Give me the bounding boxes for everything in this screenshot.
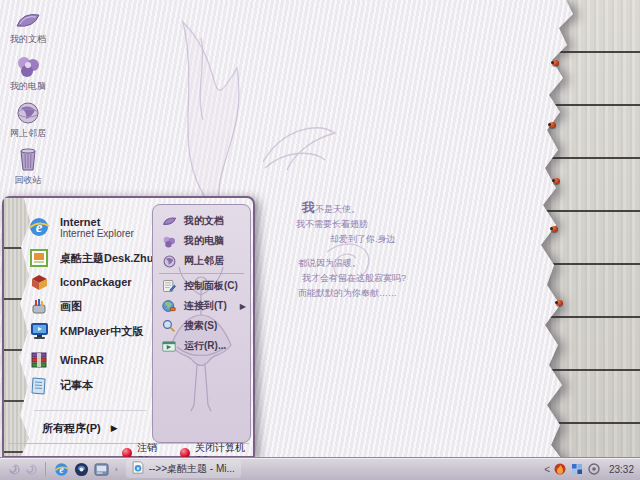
- start-menu-item-my-computer[interactable]: 我的电脑: [153, 231, 250, 251]
- desktop-icon-my-documents[interactable]: 我的文档: [2, 4, 54, 51]
- start-menu-right-panel: 我的文档 我的电脑 网上邻居 控制面板(C) 连接到(T) ▶: [152, 204, 251, 443]
- svg-text:e: e: [36, 219, 43, 235]
- start-menu-item-label: 我的电脑: [184, 234, 224, 248]
- taskbar-left: e ›: [0, 461, 120, 477]
- ladybug-icon: [549, 122, 556, 128]
- network-places-icon: [2, 98, 54, 125]
- my-documents-icon: [2, 4, 54, 31]
- start-menu-item-label: 搜索(S): [184, 319, 217, 333]
- kmplayer-icon: [26, 322, 52, 340]
- start-menu-item-sublabel: Internet Explorer: [60, 228, 134, 239]
- start-menu-item-network-places[interactable]: 网上邻居: [153, 251, 250, 271]
- all-programs-label: 所有程序(P): [42, 421, 101, 436]
- tray-gray-app-icon[interactable]: [588, 463, 601, 476]
- poem-line: 而能默默的为你奉献……: [298, 286, 436, 301]
- quick-launch-expand-arrow-icon[interactable]: ›: [115, 465, 118, 474]
- taskbar-task-button[interactable]: e -->>桌酷主题 - Mi...: [126, 460, 241, 478]
- start-menu: e Internet Internet Explorer 桌酷主题Desk.Zh…: [2, 196, 255, 458]
- internet-explorer-icon: e: [26, 215, 52, 239]
- quick-launch-messenger-icon[interactable]: [93, 461, 109, 477]
- desktop-icon-network-places[interactable]: 网上邻居: [2, 98, 54, 145]
- poem-line: 我才会有留在这般寂寞吗?: [302, 271, 436, 286]
- start-menu-item-label: 我的文档: [184, 214, 224, 228]
- tray-msn-icon[interactable]: [571, 463, 584, 476]
- recycle-bin-icon: [2, 145, 54, 172]
- start-menu-item-my-documents[interactable]: 我的文档: [153, 211, 250, 231]
- start-menu-item-search[interactable]: 搜索(S): [153, 316, 250, 336]
- start-menu-item-label: IconPackager: [60, 276, 132, 288]
- my-documents-icon: [160, 215, 178, 227]
- start-menu-item-label: WinRAR: [60, 354, 104, 366]
- system-tray: < 23:32: [544, 463, 640, 476]
- quick-launch-ie-icon[interactable]: e: [53, 461, 69, 477]
- paint-icon: [26, 297, 52, 315]
- tray-red-app-icon[interactable]: [554, 463, 567, 476]
- all-programs-arrow-icon: ▶: [111, 423, 118, 433]
- start-menu-item-connect-to[interactable]: 连接到(T) ▶: [153, 296, 250, 316]
- ladybug-icon: [552, 60, 559, 66]
- zhuoku-theme-icon: [26, 249, 52, 267]
- wallpaper-poem: 我不是天使。 我不需要长着翅膀 却爱到了你.身边 都说因为温暖。 我才会有留在这…: [296, 200, 436, 301]
- start-menu-item-label: 记事本: [60, 378, 93, 393]
- desktop-icon-label: 我的电脑: [2, 80, 54, 93]
- ladybug-icon: [556, 300, 563, 306]
- poem-line: 却爱到了你.身边: [330, 232, 436, 247]
- start-menu-divider: [159, 273, 244, 274]
- iconpackager-icon: [26, 273, 52, 291]
- poem-line: 我不是天使。: [302, 200, 436, 217]
- submenu-arrow-icon: ▶: [240, 302, 246, 311]
- start-menu-item-control-panel[interactable]: 控制面板(C): [153, 276, 250, 296]
- desktop-icon-my-computer[interactable]: 我的电脑: [2, 51, 54, 98]
- desktop-icon-recycle-bin[interactable]: 回收站: [2, 145, 54, 192]
- start-swirl-icon-1[interactable]: [8, 463, 21, 476]
- start-menu-item-run[interactable]: 运行(R)...: [153, 336, 250, 356]
- start-menu-item-label: 控制面板(C): [184, 279, 238, 293]
- start-menu-item-label: 连接到(T): [184, 299, 227, 313]
- my-computer-icon: [160, 235, 178, 248]
- connect-to-icon: [160, 299, 178, 313]
- network-places-icon: [160, 255, 178, 268]
- start-menu-item-label: 网上邻居: [184, 254, 224, 268]
- run-icon: [160, 340, 178, 353]
- desktop-icon-label: 回收站: [2, 174, 54, 187]
- ladybug-icon: [553, 178, 560, 184]
- desktop-icons: 我的文档 我的电脑 网上邻居 回收站: [2, 4, 54, 192]
- start-menu-item-label: 运行(R)...: [184, 339, 226, 353]
- all-programs-button[interactable]: 所有程序(P) ▶: [42, 418, 118, 438]
- start-swirl-icon-2[interactable]: [25, 463, 38, 476]
- poem-big-char: 我: [302, 200, 315, 215]
- quick-launch-separator: [45, 462, 46, 476]
- notepad-icon: [26, 376, 52, 395]
- tray-collapse-arrow-icon[interactable]: <: [544, 464, 550, 475]
- taskbar: e › e -->>桌酷主题 - Mi... < 23:32: [0, 457, 640, 480]
- poem-line: 我不需要长着翅膀: [296, 217, 436, 232]
- start-menu-item-label: Internet: [60, 216, 134, 228]
- my-computer-icon: [2, 51, 54, 78]
- svg-text:e: e: [59, 464, 63, 474]
- task-button-label: -->>桌酷主题 - Mi...: [149, 462, 235, 476]
- start-menu-item-label: 画图: [60, 299, 82, 314]
- task-button-ie-icon: e: [132, 460, 144, 478]
- winrar-icon: [26, 351, 52, 369]
- start-menu-item-label: KMPlayer中文版: [60, 324, 143, 339]
- desktop-icon-label: 网上邻居: [2, 127, 54, 140]
- ladybug-icon: [551, 226, 558, 232]
- start-menu-divider: [34, 410, 146, 411]
- quick-launch-media-player-icon[interactable]: [73, 461, 89, 477]
- search-icon: [160, 319, 178, 333]
- poem-line: 都说因为温暖。: [298, 256, 436, 271]
- control-panel-icon: [160, 279, 178, 293]
- taskbar-clock[interactable]: 23:32: [609, 464, 634, 475]
- desktop-icon-label: 我的文档: [2, 33, 54, 46]
